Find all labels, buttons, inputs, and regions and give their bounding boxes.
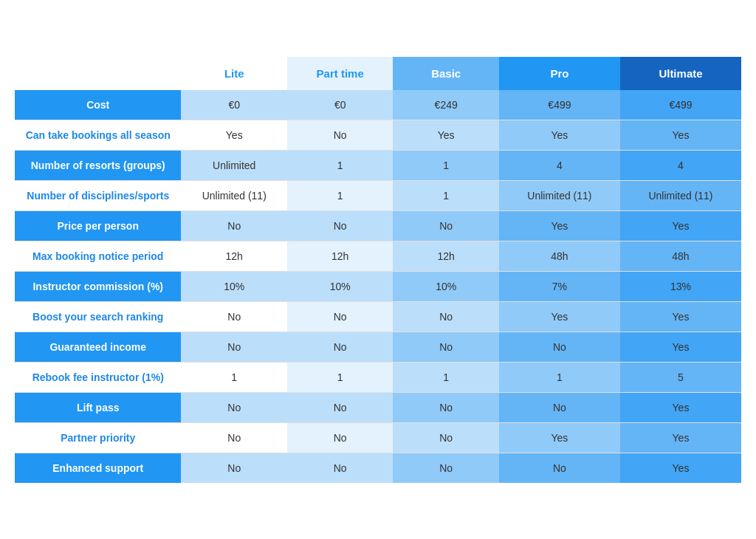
lite-value: No [181, 422, 286, 453]
part-value: No [287, 301, 393, 332]
feature-cell: Rebook fee instructor (1%) [15, 362, 181, 392]
pro-value: 7% [499, 271, 620, 301]
lite-value: Unlimited [181, 150, 286, 180]
pro-value: 48h [499, 241, 620, 271]
basic-header: Basic [393, 57, 498, 90]
feature-cell: Number of resorts (groups) [15, 150, 181, 180]
header-row: Lite Part time Basic Pro Ultimate [15, 57, 741, 90]
lite-value: 1 [181, 362, 286, 392]
table-row: Enhanced supportNoNoNoNoYes [15, 453, 741, 483]
pricing-table-wrapper: Lite Part time Basic Pro Ultimate Cost€0… [15, 57, 741, 483]
pro-value: No [499, 392, 620, 422]
lite-value: No [181, 210, 286, 241]
pro-value: 1 [499, 362, 620, 392]
part-value: 1 [287, 150, 393, 180]
basic-value: No [393, 301, 498, 332]
part-value: No [287, 453, 393, 483]
ultimate-value: Yes [620, 301, 741, 332]
feature-header [15, 57, 181, 90]
lite-value: No [181, 453, 286, 483]
pro-value: Unlimited (11) [499, 180, 620, 210]
ultimate-value: 5 [620, 362, 741, 392]
basic-value: 12h [393, 241, 498, 271]
basic-value: 1 [393, 180, 498, 210]
basic-value: Yes [393, 120, 498, 150]
pro-value: No [499, 453, 620, 483]
basic-value: €249 [393, 90, 498, 120]
ultimate-value: €499 [620, 90, 741, 120]
pro-value: Yes [499, 422, 620, 453]
lite-value: Unlimited (11) [181, 180, 286, 210]
ultimate-value: Yes [620, 332, 741, 362]
ultimate-value: Unlimited (11) [620, 180, 741, 210]
feature-cell: Instructor commission (%) [15, 271, 181, 301]
pro-value: No [499, 332, 620, 362]
pro-value: Yes [499, 301, 620, 332]
table-row: Rebook fee instructor (1%)11115 [15, 362, 741, 392]
lite-value: 12h [181, 241, 286, 271]
feature-cell: Price per person [15, 210, 181, 241]
part-value: No [287, 332, 393, 362]
table-row: Number of resorts (groups)Unlimited1144 [15, 150, 741, 180]
table-row: Can take bookings all seasonYesNoYesYesY… [15, 120, 741, 150]
basic-value: 10% [393, 271, 498, 301]
basic-value: No [393, 453, 498, 483]
lite-header: Lite [181, 57, 286, 90]
ultimate-value: 13% [620, 271, 741, 301]
basic-value: No [393, 332, 498, 362]
table-row: Price per personNoNoNoYesYes [15, 210, 741, 241]
ultimate-value: Yes [620, 453, 741, 483]
ultimate-value: Yes [620, 422, 741, 453]
pro-value: €499 [499, 90, 620, 120]
table-row: Lift passNoNoNoNoYes [15, 392, 741, 422]
feature-cell: Max booking notice period [15, 241, 181, 271]
lite-value: No [181, 392, 286, 422]
basic-value: No [393, 392, 498, 422]
basic-value: 1 [393, 362, 498, 392]
lite-value: 10% [181, 271, 286, 301]
part-value: No [287, 210, 393, 241]
basic-value: 1 [393, 150, 498, 180]
table-row: Max booking notice period12h12h12h48h48h [15, 241, 741, 271]
feature-cell: Boost your search ranking [15, 301, 181, 332]
feature-cell: Guaranteed income [15, 332, 181, 362]
pricing-table: Lite Part time Basic Pro Ultimate Cost€0… [15, 57, 741, 483]
feature-cell: Cost [15, 90, 181, 120]
table-row: Instructor commission (%)10%10%10%7%13% [15, 271, 741, 301]
feature-cell: Number of disciplines/sports [15, 180, 181, 210]
part-value: 12h [287, 241, 393, 271]
basic-value: No [393, 210, 498, 241]
table-row: Boost your search rankingNoNoNoYesYes [15, 301, 741, 332]
ultimate-value: 48h [620, 241, 741, 271]
ultimate-value: Yes [620, 392, 741, 422]
lite-value: Yes [181, 120, 286, 150]
feature-cell: Partner priority [15, 422, 181, 453]
pro-header: Pro [499, 57, 620, 90]
table-row: Number of disciplines/sportsUnlimited (1… [15, 180, 741, 210]
table-row: Cost€0€0€249€499€499 [15, 90, 741, 120]
ultimate-value: 4 [620, 150, 741, 180]
part-header: Part time [287, 57, 393, 90]
part-value: No [287, 422, 393, 453]
table-row: Partner priorityNoNoNoYesYes [15, 422, 741, 453]
part-value: 1 [287, 180, 393, 210]
ultimate-header: Ultimate [620, 57, 741, 90]
table-row: Guaranteed incomeNoNoNoNoYes [15, 332, 741, 362]
ultimate-value: Yes [620, 120, 741, 150]
basic-value: No [393, 422, 498, 453]
part-value: 1 [287, 362, 393, 392]
part-value: 10% [287, 271, 393, 301]
feature-cell: Enhanced support [15, 453, 181, 483]
part-value: €0 [287, 90, 393, 120]
lite-value: €0 [181, 90, 286, 120]
feature-cell: Lift pass [15, 392, 181, 422]
lite-value: No [181, 332, 286, 362]
pro-value: 4 [499, 150, 620, 180]
feature-cell: Can take bookings all season [15, 120, 181, 150]
pro-value: Yes [499, 120, 620, 150]
lite-value: No [181, 301, 286, 332]
pro-value: Yes [499, 210, 620, 241]
part-value: No [287, 392, 393, 422]
ultimate-value: Yes [620, 210, 741, 241]
part-value: No [287, 120, 393, 150]
